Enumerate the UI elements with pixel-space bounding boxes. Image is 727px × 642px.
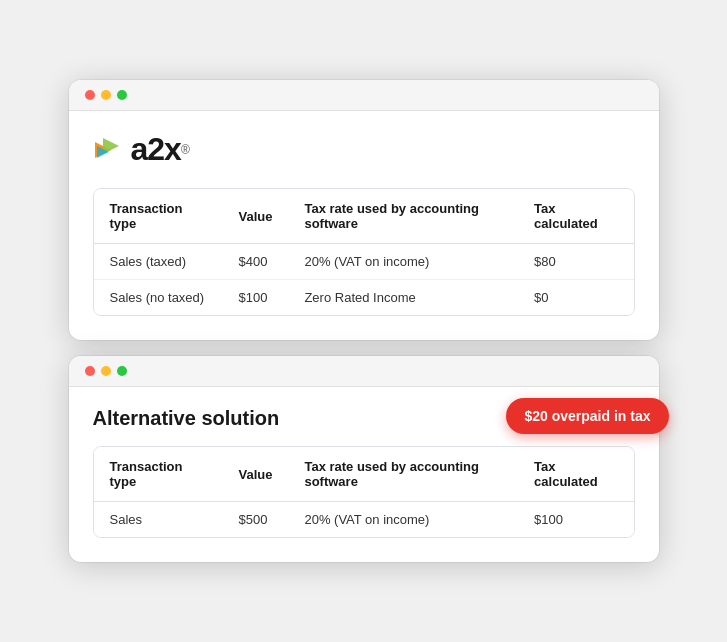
table-cell: Sales (taxed) [94,244,223,280]
table-cell: $80 [518,244,633,280]
logo-icon [93,132,129,168]
col-header-transaction-type-1: Transaction type [94,189,223,244]
browser-body-1: a2x® Transaction type Value Tax rate use… [69,111,659,340]
browser-window-2: $20 overpaid in tax Alternative solution… [69,356,659,562]
browser-window-1: a2x® Transaction type Value Tax rate use… [69,80,659,340]
maximize-dot [117,90,127,100]
col-header-tax-calc-2: Tax calculated [518,447,633,502]
overpaid-badge: $20 overpaid in tax [506,398,668,434]
table-cell: $100 [518,502,633,538]
minimize-dot [101,90,111,100]
col-header-tax-rate-2: Tax rate used by accounting software [288,447,518,502]
table-2: Transaction type Value Tax rate used by … [93,446,635,538]
logo-text: a2x [131,131,181,168]
table-cell: $400 [222,244,288,280]
browser-chrome-1 [69,80,659,111]
col-header-value-2: Value [222,447,288,502]
table-row: Sales$50020% (VAT on income)$100 [94,502,634,538]
table-cell: 20% (VAT on income) [288,502,518,538]
table-row: Sales (taxed)$40020% (VAT on income)$80 [94,244,634,280]
table-row: Sales (no taxed)$100Zero Rated Income$0 [94,280,634,316]
close-dot-2 [85,366,95,376]
table-cell: Zero Rated Income [288,280,518,316]
logo: a2x® [93,131,635,168]
table-cell: Sales [94,502,223,538]
close-dot [85,90,95,100]
table-cell: Sales (no taxed) [94,280,223,316]
logo-reg: ® [181,143,190,157]
maximize-dot-2 [117,366,127,376]
table-cell: 20% (VAT on income) [288,244,518,280]
col-header-tax-rate-1: Tax rate used by accounting software [288,189,518,244]
col-header-transaction-type-2: Transaction type [94,447,223,502]
col-header-value-1: Value [222,189,288,244]
table-cell: $500 [222,502,288,538]
table-cell: $100 [222,280,288,316]
minimize-dot-2 [101,366,111,376]
table-cell: $0 [518,280,633,316]
col-header-tax-calc-1: Tax calculated [518,189,633,244]
table-1: Transaction type Value Tax rate used by … [93,188,635,316]
browser-chrome-2 [69,356,659,387]
